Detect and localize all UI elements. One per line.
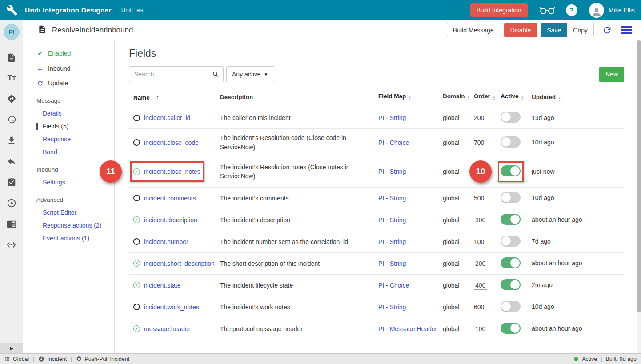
active-toggle[interactable] — [501, 301, 521, 312]
document-icon — [38, 25, 47, 36]
field-name-link[interactable]: incident.state — [144, 282, 181, 289]
field-map-link[interactable]: PI - Choice — [378, 282, 409, 289]
user-menu[interactable]: Mike Ellis — [589, 3, 635, 18]
document-icon[interactable] — [7, 53, 16, 63]
help-icon[interactable]: ? — [566, 4, 577, 16]
field-name-link[interactable]: message.header — [144, 325, 190, 332]
message-nav: ✔Enabled←InboundUpdateMessageDetailsFiel… — [23, 40, 115, 353]
active-toggle[interactable] — [501, 112, 521, 123]
field-updated: 10d ago — [532, 138, 589, 147]
active-toggle[interactable] — [501, 136, 521, 148]
tasks-icon[interactable] — [7, 177, 16, 187]
active-toggle[interactable] — [501, 279, 521, 290]
nav-status-enabled: ✔Enabled — [36, 49, 114, 57]
wrench-logo-icon[interactable] — [6, 4, 18, 16]
statusbar-segment-incident[interactable]: Incident — [38, 356, 67, 362]
nav-item-label[interactable]: Script Editor — [43, 209, 76, 216]
field-updated: about an hour ago — [532, 259, 589, 268]
vertical-scrollbar[interactable] — [637, 40, 641, 353]
column-header-active[interactable]: Active▲▼ — [501, 93, 532, 102]
expand-sidebar-button[interactable]: ▶ — [0, 343, 23, 353]
field-updated: 10d ago — [532, 193, 589, 203]
search-input[interactable] — [129, 66, 208, 82]
field-updated: 7d ago — [532, 237, 589, 246]
history-icon[interactable] — [7, 115, 16, 124]
integration-avatar[interactable]: PI — [4, 24, 20, 40]
build-message-button[interactable]: Build Message — [447, 23, 500, 37]
environment-label[interactable]: Unifi Test — [121, 7, 145, 13]
field-map-link[interactable]: PI - String — [378, 260, 406, 267]
column-header-updated[interactable]: Updated▲▼ — [532, 93, 589, 102]
new-field-button[interactable]: New — [599, 67, 624, 82]
field-domain: global — [443, 195, 474, 202]
field-name-link[interactable]: incident.work_notes — [144, 304, 199, 311]
preview-glasses-icon[interactable] — [539, 5, 555, 15]
column-header-domain[interactable]: Domain▲▼ — [443, 93, 474, 102]
download-icon[interactable] — [7, 136, 16, 145]
field-status-icon: ✓ — [133, 325, 140, 332]
active-toggle[interactable] — [501, 236, 521, 247]
active-toggle[interactable] — [501, 192, 521, 203]
field-name-link[interactable]: incident.short_description — [144, 260, 215, 267]
toggle-knob — [510, 280, 520, 289]
field-map-link[interactable]: PI - Choice — [378, 139, 409, 146]
active-toggle[interactable] — [501, 323, 521, 334]
build-integration-button[interactable]: Build Integration — [470, 3, 528, 17]
field-name-link[interactable]: incident.number — [144, 238, 188, 245]
nav-item-label[interactable]: Details — [43, 110, 62, 117]
nav-item-label[interactable]: Response — [43, 136, 71, 143]
run-icon[interactable] — [7, 198, 16, 208]
documentation-icon[interactable] — [7, 219, 16, 229]
nav-item-details[interactable]: Details — [36, 110, 114, 117]
field-map-icon[interactable] — [7, 94, 16, 104]
field-order: 700 — [474, 139, 484, 146]
refresh-icon — [36, 80, 44, 87]
nav-item-response[interactable]: Response — [36, 136, 114, 143]
nav-item-label[interactable]: Event actions (1) — [43, 235, 89, 242]
field-name-link[interactable]: incident.description — [144, 216, 197, 224]
nav-item-script-editor[interactable]: Script Editor — [36, 209, 114, 216]
column-header-name[interactable]: Name▲▼ — [129, 93, 220, 102]
field-map-link[interactable]: PI - String — [378, 304, 406, 311]
nav-item-label[interactable]: Response actions (2) — [43, 222, 101, 229]
field-map-link[interactable]: PI - Message Header — [378, 325, 437, 332]
field-name-link[interactable]: incident.comments — [144, 195, 196, 202]
sort-icon: ▲▼ — [467, 96, 470, 100]
statusbar-segment-global[interactable]: Global — [4, 356, 29, 362]
nav-item-bond[interactable]: Bond — [36, 148, 114, 156]
text-format-icon[interactable]: TT — [8, 74, 16, 83]
nav-item-label[interactable]: Fields (5) — [43, 123, 68, 130]
active-toggle[interactable] — [501, 214, 521, 225]
field-description: The caller on this incident — [220, 113, 378, 122]
refresh-icon[interactable] — [602, 25, 612, 35]
nav-item-fields-5-[interactable]: Fields (5) — [36, 123, 114, 130]
nav-item-settings[interactable]: Settings — [36, 179, 114, 186]
field-status-icon — [133, 115, 140, 121]
active-filter-dropdown[interactable]: Any active▼ — [226, 66, 274, 82]
nav-item-label[interactable]: Bond — [43, 148, 57, 156]
nav-item-label[interactable]: Settings — [43, 179, 65, 186]
save-button[interactable]: Save — [541, 23, 567, 37]
field-map-link[interactable]: PI - String — [378, 114, 406, 121]
field-name-link[interactable]: incident.close_code — [144, 139, 199, 146]
nav-item-response-actions-2-[interactable]: Response actions (2) — [36, 222, 114, 229]
scrollbar-thumb[interactable] — [637, 40, 641, 312]
code-icon[interactable] — [7, 240, 16, 250]
column-header-field-map[interactable]: Field Map▲▼ — [378, 93, 443, 102]
disable-button[interactable]: Disable — [504, 23, 537, 37]
copy-button[interactable]: Copy — [567, 23, 594, 37]
undo-icon[interactable] — [7, 156, 16, 166]
field-map-link[interactable]: PI - String — [378, 216, 406, 224]
active-toggle[interactable] — [501, 257, 521, 268]
nav-item-event-actions-1-[interactable]: Event actions (1) — [36, 235, 114, 242]
column-header-order[interactable]: Order▲▼ — [474, 93, 501, 102]
field-order: 600 — [474, 304, 484, 311]
statusbar-segment-push-pull-incident[interactable]: Push-Pull Incident — [76, 356, 129, 362]
annotation-highlight-name — [130, 161, 204, 182]
field-map-link[interactable]: PI - String — [378, 238, 406, 245]
search-icon[interactable] — [208, 66, 224, 82]
field-map-link[interactable]: PI - String — [378, 168, 406, 175]
field-map-link[interactable]: PI - String — [378, 195, 406, 202]
field-name-link[interactable]: incident.caller_id — [144, 114, 190, 121]
menu-icon[interactable] — [621, 26, 632, 34]
